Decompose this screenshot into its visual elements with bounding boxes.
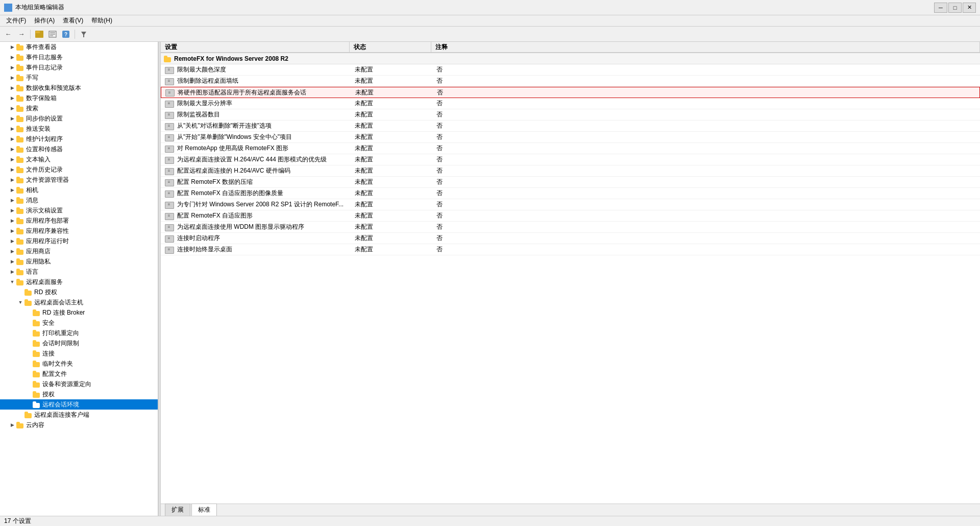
setting-row-5[interactable]: 限制监视器数目未配置否 [161,109,980,121]
tree-expander-rdp-client[interactable] [16,411,24,419]
setting-row-12[interactable]: 配置 RemoteFX 自适应图形的图像质量未配置否 [161,188,980,199]
tree-item-rd-broker[interactable]: RD 连接 Broker [0,307,158,318]
tree-item-cloud[interactable]: ▶云内容 [0,420,158,430]
tree-expander-rdp[interactable]: ▼ [8,278,16,286]
tree-expander-config-files[interactable] [24,370,33,378]
close-button[interactable]: ✕ [963,3,976,13]
setting-row-11[interactable]: 配置 RemoteFX 数据的压缩未配置否 [161,177,980,188]
tree-item-messaging[interactable]: ▶消息 [0,195,158,205]
setting-row-6[interactable]: 从"关机"对话框删除"断开连接"选项未配置否 [161,121,980,132]
tree-item-file-resource[interactable]: ▶文件资源管理器 [0,175,158,185]
properties-button[interactable] [46,29,59,40]
menu-file[interactable]: 文件(F) [2,15,30,26]
tree-item-language[interactable]: ▶语言 [0,267,158,277]
tree-expander-rd-broker[interactable] [24,308,33,317]
tree-item-app-pkg[interactable]: ▶应用程序包部署 [0,216,158,226]
tree-expander-messaging[interactable]: ▶ [8,196,16,204]
tree-expander-digital-locker[interactable]: ▶ [8,94,16,102]
tree-item-digital-locker[interactable]: ▶数字保险箱 [0,93,158,103]
setting-row-17[interactable]: 连接时始终显示桌面未配置否 [161,244,980,255]
tree-item-config-files[interactable]: 配置文件 [0,369,158,379]
setting-row-2[interactable]: 强制删除远程桌面墙纸未配置否 [161,76,980,87]
tree-expander-event-viewer[interactable]: ▶ [8,43,16,51]
setting-row-3[interactable]: 将硬件图形适配器应用于所有远程桌面服务会话未配置否 [161,87,980,98]
menu-help[interactable]: 帮助(H) [87,15,116,26]
tree-expander-app-store[interactable]: ▶ [8,247,16,255]
show-hide-button[interactable] [33,29,45,40]
tree-item-security[interactable]: 安全 [0,318,158,328]
setting-row-16[interactable]: 连接时启动程序未配置否 [161,233,980,244]
tree-item-rdp-session-host[interactable]: ▼远程桌面会话主机 [0,297,158,307]
tree-item-sync[interactable]: ▶同步你的设置 [0,113,158,124]
tab-expand[interactable]: 扩展 [165,504,190,516]
tree-item-remote-env[interactable]: 远程会话环境 [0,399,158,410]
tree-expander-app-compat[interactable]: ▶ [8,227,16,235]
tree-item-event-log-record[interactable]: ▶事件日志记录 [0,62,158,73]
tree-expander-session-time[interactable] [24,339,33,347]
tree-item-file-history[interactable]: ▶文件历史记录 [0,164,158,175]
filter-button[interactable] [78,29,90,40]
tree-expander-event-log-record[interactable]: ▶ [8,63,16,71]
tree-expander-text-input[interactable]: ▶ [8,155,16,163]
tree-item-app-store[interactable]: ▶应用商店 [0,246,158,256]
setting-row-7[interactable]: 从"开始"菜单删除"Windows 安全中心"项目未配置否 [161,132,980,143]
help2-button[interactable]: ? [60,29,72,40]
tree-item-temp-folder[interactable]: 临时文件夹 [0,358,158,369]
tree-item-event-log-service[interactable]: ▶事件日志服务 [0,52,158,62]
tree-expander-language[interactable]: ▶ [8,268,16,276]
tree-item-location[interactable]: ▶位置和传感器 [0,144,158,154]
tree-item-rdp-client[interactable]: 远程桌面连接客户端 [0,410,158,420]
tree-expander-presentation[interactable]: ▶ [8,206,16,214]
tree-expander-rd-auth[interactable] [16,288,24,296]
tree-expander-file-history[interactable]: ▶ [8,165,16,174]
tree-item-maintenance[interactable]: ▶维护计划程序 [0,134,158,144]
setting-row-13[interactable]: 为专门针对 Windows Server 2008 R2 SP1 设计的 Rem… [161,199,980,210]
setting-row-9[interactable]: 为远程桌面连接设置 H.264/AVC 444 图形模式的优先级未配置否 [161,154,980,165]
tree-expander-auth[interactable] [24,390,33,398]
tree-item-event-viewer[interactable]: ▶事件查看器 [0,42,158,52]
tree-item-rdp[interactable]: ▼远程桌面服务 [0,277,158,287]
setting-row-8[interactable]: 对 RemoteApp 使用高级 RemoteFX 图形未配置否 [161,143,980,154]
tree-item-push-install[interactable]: ▶推送安装 [0,124,158,134]
tree-item-auth[interactable]: 授权 [0,389,158,399]
tree-expander-connect[interactable] [24,349,33,357]
tree-expander-file-resource[interactable]: ▶ [8,176,16,184]
tree-item-text-input[interactable]: ▶文本输入 [0,154,158,164]
setting-row-15[interactable]: 为远程桌面连接使用 WDDM 图形显示驱动程序未配置否 [161,222,980,233]
back-button[interactable]: ← [2,29,14,40]
tree-expander-data-collection[interactable]: ▶ [8,84,16,92]
tree-expander-security[interactable] [24,319,33,327]
forward-button[interactable]: → [15,29,28,40]
tree-expander-sync[interactable]: ▶ [8,114,16,123]
tree-expander-search[interactable]: ▶ [8,104,16,112]
setting-row-1[interactable]: 限制最大颜色深度未配置否 [161,64,980,76]
tree-item-app-privacy[interactable]: ▶应用隐私 [0,256,158,267]
tree-expander-camera[interactable]: ▶ [8,186,16,194]
tree-expander-cloud[interactable]: ▶ [8,421,16,429]
tree-item-rd-auth[interactable]: RD 授权 [0,287,158,297]
tree-expander-event-log-service[interactable]: ▶ [8,53,16,61]
tree-expander-printer-redirect[interactable] [24,329,33,337]
tree-expander-rdp-session-host[interactable]: ▼ [16,298,24,306]
tree-item-session-time[interactable]: 会话时间限制 [0,338,158,348]
tree-expander-app-privacy[interactable]: ▶ [8,257,16,266]
minimize-button[interactable]: ─ [934,3,947,13]
setting-row-10[interactable]: 配置远程桌面连接的 H.264/AVC 硬件编码未配置否 [161,165,980,177]
tree-expander-push-install[interactable]: ▶ [8,125,16,133]
setting-row-14[interactable]: 配置 RemoteFX 自适应图形未配置否 [161,210,980,222]
tree-item-presentation[interactable]: ▶演示文稿设置 [0,205,158,216]
menu-view[interactable]: 查看(V) [59,15,87,26]
tree-expander-remote-env[interactable] [24,400,33,409]
menu-action[interactable]: 操作(A) [30,15,59,26]
tree-item-printer-redirect[interactable]: 打印机重定向 [0,328,158,338]
tree-expander-ink-input[interactable]: ▶ [8,74,16,82]
tree-expander-app-runtime[interactable]: ▶ [8,237,16,245]
setting-row-4[interactable]: 限制最大显示分辨率未配置否 [161,98,980,109]
tab-standard[interactable]: 标准 [191,504,217,516]
tree-expander-app-pkg[interactable]: ▶ [8,217,16,225]
tree-expander-temp-folder[interactable] [24,360,33,368]
tree-item-connect[interactable]: 连接 [0,348,158,358]
tree-item-camera[interactable]: ▶相机 [0,185,158,195]
tree-item-search[interactable]: ▶搜索 [0,103,158,113]
tree-item-data-collection[interactable]: ▶数据收集和预览版本 [0,83,158,93]
